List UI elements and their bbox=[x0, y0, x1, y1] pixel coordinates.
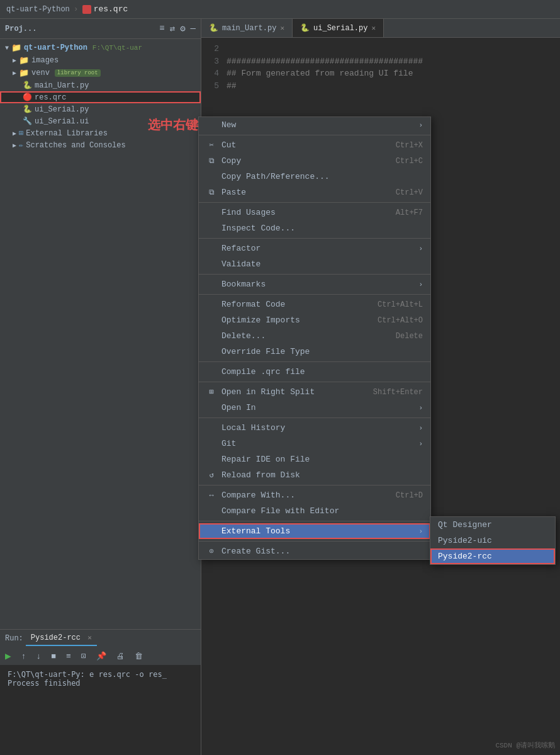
menu-item-open-in[interactable]: Open In › bbox=[199, 400, 430, 416]
menu-item-cut[interactable]: ✂ Cut Ctrl+X bbox=[199, 137, 430, 153]
copy-shortcut: Ctrl+C bbox=[396, 157, 423, 166]
clear-btn[interactable]: ⊡ bbox=[79, 650, 89, 662]
editor-tabs: 🐍 main_Uart.py ✕ 🐍 ui_Serial.py ✕ bbox=[201, 19, 560, 38]
py-icon-2: 🐍 bbox=[23, 105, 32, 114]
menu-label-copy-path: Copy Path/Reference... bbox=[221, 172, 423, 181]
tree-item-res-qrc[interactable]: 🔴 res.qrc bbox=[0, 91, 201, 103]
menu-item-repair-ide[interactable]: Repair IDE on File bbox=[199, 451, 430, 467]
wrap-btn[interactable]: ≡ bbox=[64, 650, 74, 662]
submenu-pyside2-rcc[interactable]: Pyside2-rcc bbox=[430, 548, 555, 564]
menu-item-local-history[interactable]: Local History › bbox=[199, 420, 430, 436]
optimize-shortcut: Ctrl+Alt+O bbox=[378, 316, 423, 325]
scroll-up-btn[interactable]: ↑ bbox=[19, 650, 29, 662]
res-qrc-label: res.qrc bbox=[35, 93, 66, 102]
menu-label-compile-qrc: Compile .qrc file bbox=[221, 367, 423, 377]
ui-icon: 🔧 bbox=[23, 116, 32, 126]
context-menu: New › ✂ Cut Ctrl+X ⧉ Copy Ctrl+C Copy Pa… bbox=[198, 116, 431, 560]
scroll-down-btn[interactable]: ↓ bbox=[33, 650, 43, 662]
cut-shortcut: Ctrl+X bbox=[396, 141, 423, 150]
gear-icon[interactable]: ⚙ bbox=[180, 23, 185, 34]
menu-item-copy[interactable]: ⧉ Copy Ctrl+C bbox=[199, 153, 430, 169]
tree-item-scratches[interactable]: ▶ ✏ Scratches and Consoles bbox=[0, 139, 201, 151]
menu-item-optimize-imports[interactable]: Optimize Imports Ctrl+Alt+O bbox=[199, 312, 430, 328]
run-label: Run: bbox=[5, 634, 23, 643]
menu-item-refactor[interactable]: Refactor › bbox=[199, 241, 430, 256]
menu-label-refactor: Refactor bbox=[221, 244, 413, 253]
menu-label-find-usages: Find Usages bbox=[221, 208, 391, 217]
menu-item-compare-with[interactable]: ↔ Compare With... Ctrl+D bbox=[199, 487, 430, 503]
menu-label-compare-with: Compare With... bbox=[221, 491, 391, 500]
menu-item-inspect-code[interactable]: Inspect Code... bbox=[199, 220, 430, 236]
menu-label-git: Git bbox=[221, 439, 413, 448]
expand-arrow-images: ▶ bbox=[13, 57, 16, 64]
submenu-qt-designer[interactable]: Qt Designer bbox=[430, 517, 555, 533]
compare-shortcut: Ctrl+D bbox=[396, 491, 423, 500]
menu-item-external-tools[interactable]: External Tools › bbox=[199, 523, 430, 539]
bottom-panel: Run: Pyside2-rcc ✕ ▶ ↑ ↓ ■ ≡ ⊡ 📌 🖨 🗑 bbox=[0, 629, 201, 755]
sep-11 bbox=[199, 541, 430, 542]
panel-tab-close[interactable]: ✕ bbox=[87, 634, 92, 642]
menu-label-new: New bbox=[221, 120, 413, 130]
pyside2-rcc-label: Pyside2-rcc bbox=[438, 552, 492, 561]
menu-label-create-gist: Create Gist... bbox=[221, 547, 423, 556]
panel-tab-pyside2-rcc[interactable]: Pyside2-rcc ✕ bbox=[26, 631, 97, 646]
tab-ui-serial[interactable]: 🐍 ui_Serial.py ✕ bbox=[293, 19, 384, 37]
menu-item-compare-editor[interactable]: Compare File with Editor bbox=[199, 503, 430, 519]
tab-close-ui-serial[interactable]: ✕ bbox=[371, 24, 376, 32]
sep-4 bbox=[199, 274, 430, 275]
menu-item-compile-qrc[interactable]: Compile .qrc file bbox=[199, 364, 430, 380]
menu-item-copy-path[interactable]: Copy Path/Reference... bbox=[199, 169, 430, 184]
tab-close-main-uart[interactable]: ✕ bbox=[280, 24, 284, 32]
file-title: res.qrc bbox=[82, 4, 128, 14]
expand-arrow: ▼ bbox=[5, 45, 9, 52]
qt-designer-label: Qt Designer bbox=[438, 520, 492, 530]
tree-item-ui-serial-py[interactable]: 🐍 ui_Serial.py bbox=[0, 103, 201, 115]
menu-label-local-history: Local History bbox=[221, 423, 413, 433]
sync-btn[interactable]: ⇄ bbox=[170, 23, 175, 34]
submenu-pyside2-uic[interactable]: Pyside2-uic bbox=[430, 533, 555, 548]
split-shortcut: Shift+Enter bbox=[373, 388, 423, 397]
menu-item-delete[interactable]: Delete... Delete bbox=[199, 328, 430, 344]
line-3: 3 ######################################… bbox=[201, 55, 560, 68]
menu-item-new[interactable]: New › bbox=[199, 117, 430, 133]
tree-item-images[interactable]: ▶ 📁 images bbox=[0, 54, 201, 67]
menu-label-reformat: Reformat Code bbox=[221, 300, 372, 309]
tab-main-uart[interactable]: 🐍 main_Uart.py ✕ bbox=[201, 19, 293, 37]
expand-arrow-scratch: ▶ bbox=[13, 142, 16, 149]
panel-content: F:\QT\qt-uart-Py: e res.qrc -o res_ Proc… bbox=[0, 665, 201, 755]
menu-item-create-gist[interactable]: ⊙ Create Gist... bbox=[199, 543, 430, 559]
menu-item-find-usages[interactable]: Find Usages Alt+F7 bbox=[199, 205, 430, 220]
tree-item-venv[interactable]: ▶ 📁 venv library root bbox=[0, 67, 201, 79]
find-usages-shortcut: Alt+F7 bbox=[396, 208, 423, 217]
open-in-arrow: › bbox=[418, 404, 423, 412]
reformat-shortcut: Ctrl+Alt+L bbox=[378, 300, 423, 309]
pin-btn[interactable]: 📌 bbox=[94, 650, 109, 662]
menu-label-inspect-code: Inspect Code... bbox=[221, 224, 423, 233]
sep-6 bbox=[199, 361, 430, 362]
menu-label-open-in: Open In bbox=[221, 403, 413, 412]
menu-item-bookmarks[interactable]: Bookmarks › bbox=[199, 276, 430, 292]
menu-item-git[interactable]: Git › bbox=[199, 436, 430, 451]
collapse-all-btn[interactable]: ≡ bbox=[159, 23, 164, 34]
menu-item-paste[interactable]: ⧉ Paste Ctrl+V bbox=[199, 184, 430, 200]
tree-root[interactable]: ▼ 📁 qt-uart-Python F:\QT\qt-uar bbox=[0, 42, 201, 54]
sep-8 bbox=[199, 417, 430, 418]
sep-9 bbox=[199, 485, 430, 485]
menu-item-open-right-split[interactable]: ⊞ Open in Right Split Shift+Enter bbox=[199, 384, 430, 400]
tree-item-main-uart[interactable]: 🐍 main_Uart.py bbox=[0, 79, 201, 91]
line-4: 4 ## Form generated from reading UI file bbox=[201, 67, 560, 80]
line-2: 2 bbox=[201, 43, 560, 55]
images-folder-icon: 📁 bbox=[19, 55, 29, 65]
run-button[interactable]: ▶ bbox=[3, 649, 14, 664]
ui-serial-py-label: ui_Serial.py bbox=[35, 105, 89, 114]
venv-label: venv bbox=[31, 69, 50, 77]
minimize-btn[interactable]: — bbox=[191, 23, 196, 34]
external-tools-arrow: › bbox=[418, 528, 423, 535]
menu-item-reload-disk[interactable]: ↺ Reload from Disk bbox=[199, 467, 430, 483]
stop-btn[interactable]: ■ bbox=[48, 650, 59, 662]
menu-item-validate[interactable]: Validate bbox=[199, 256, 430, 272]
menu-item-reformat[interactable]: Reformat Code Ctrl+Alt+L bbox=[199, 297, 430, 312]
print-btn[interactable]: 🖨 bbox=[114, 650, 127, 662]
menu-item-override-file-type[interactable]: Override File Type bbox=[199, 344, 430, 360]
trash-btn[interactable]: 🗑 bbox=[132, 650, 145, 662]
